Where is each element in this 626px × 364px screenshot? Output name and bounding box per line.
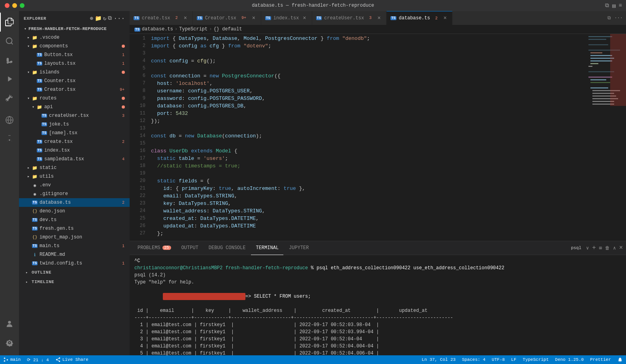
outline-section[interactable]: ▸ OUTLINE: [19, 268, 130, 277]
add-terminal-icon[interactable]: +: [592, 244, 596, 251]
sidebar-item-name[interactable]: TS [name].tsx: [19, 129, 130, 137]
refresh-icon[interactable]: ↻: [103, 15, 106, 22]
ctrl-c-text: ^C: [134, 258, 140, 264]
run-debug-activity-icon[interactable]: [0, 69, 19, 88]
sidebar-item-joke[interactable]: TS joke.ts: [19, 120, 130, 129]
maximize-panel-icon[interactable]: ∧: [613, 245, 616, 251]
terminal-content[interactable]: ^C christianoconnor@ChristiansMBP2 fresh…: [130, 255, 626, 355]
status-prettier[interactable]: Prettier: [587, 355, 614, 364]
sidebar-item-createuser[interactable]: TS createUser.tsx 3: [19, 111, 130, 120]
svg-rect-14: [588, 66, 592, 67]
code-content[interactable]: import { DataTypes, Database, Model, Pos…: [149, 34, 586, 241]
search-activity-icon[interactable]: [0, 32, 19, 51]
sidebar-item-routes[interactable]: ▾ 📁 routes: [19, 94, 130, 103]
maximize-button[interactable]: [20, 3, 25, 8]
breadcrumb-file[interactable]: TSdatabase.ts: [134, 26, 173, 32]
sidebar-item-devts[interactable]: TS dev.ts: [19, 216, 130, 224]
status-branch[interactable]: main: [0, 355, 24, 364]
sidebar-item-readme[interactable]: ℹ README.md: [19, 250, 130, 259]
status-spaces[interactable]: Spaces: 4: [459, 355, 488, 364]
split-editor-icon[interactable]: ⧉: [607, 15, 611, 21]
sidebar-item-api[interactable]: ▾ 📁 api: [19, 103, 130, 111]
collapse-icon[interactable]: ⧉: [108, 15, 112, 22]
minimize-button[interactable]: [12, 3, 17, 8]
sidebar-root-folder[interactable]: ▾ FRESH-HANDLER-FETCH-REPRODUCE: [19, 24, 130, 33]
sidebar-item-vscode[interactable]: ▸ 📁 .vscode: [19, 33, 130, 42]
tab-close-icon[interactable]: ×: [302, 15, 308, 21]
tab-createuser-tsx[interactable]: TS createUser.tsx 3 ×: [312, 11, 387, 25]
extensions-activity-icon[interactable]: [0, 88, 19, 107]
panel-tab-jupyter[interactable]: JUPYTER: [284, 241, 313, 255]
settings-activity-icon[interactable]: [0, 333, 19, 352]
tab-close-icon[interactable]: ×: [376, 15, 382, 21]
split-editor-icon[interactable]: ⧉: [605, 2, 609, 9]
sidebar-item-importmap[interactable]: {} import_map.json: [19, 233, 130, 242]
new-file-icon[interactable]: ⊕: [90, 15, 93, 22]
tab-close-icon[interactable]: ×: [442, 15, 448, 21]
terminal-table-row-1: 1 | email@test.com | firstkey1 | | 2022-…: [134, 321, 621, 328]
sidebar-item-deno[interactable]: {} deno.json: [19, 207, 130, 216]
sidebar-item-islands[interactable]: ▾ 📁 islands: [19, 68, 130, 77]
breadcrumb-typescript[interactable]: TypeScript: [179, 26, 207, 32]
error-badge: 9+: [118, 88, 126, 92]
more-options-icon[interactable]: ···: [113, 15, 125, 22]
status-line-ending[interactable]: LF: [508, 355, 519, 364]
tab-index-tsx[interactable]: TS index.tsx ×: [261, 11, 312, 25]
testing-activity-icon[interactable]: [0, 129, 19, 148]
sidebar-item-create[interactable]: TS create.tsx 2: [19, 137, 130, 146]
live-share-label: Live Share: [62, 357, 89, 362]
source-control-activity-icon[interactable]: [0, 51, 19, 69]
close-panel-icon[interactable]: ×: [619, 244, 623, 251]
chevron-down-icon[interactable]: ∨: [586, 245, 589, 251]
more-tabs-icon[interactable]: ···: [614, 15, 623, 21]
terminal-label: TERMINAL: [256, 245, 279, 251]
tab-close-icon[interactable]: ×: [251, 15, 257, 21]
status-encoding[interactable]: UTF-8: [488, 355, 508, 364]
chevron-down-icon: ▾: [30, 104, 36, 110]
status-sync[interactable]: ⟳ 21 ↓ 4: [24, 355, 52, 364]
sidebar-item-maints[interactable]: TS main.ts 1: [19, 242, 130, 250]
close-button[interactable]: [5, 3, 9, 8]
trash-terminal-icon[interactable]: 🗑: [605, 245, 610, 251]
new-folder-icon[interactable]: 📁: [95, 15, 102, 22]
remote-explorer-activity-icon[interactable]: [0, 111, 19, 129]
panel-tab-output[interactable]: OUTPUT: [177, 241, 203, 255]
tab-database-ts[interactable]: TS database.ts 2 ×: [387, 11, 453, 25]
menu-icon[interactable]: ≡: [619, 2, 622, 9]
sidebar-item-utils[interactable]: ▸ 📁 utils: [19, 172, 130, 181]
sidebar-item-twind[interactable]: TS twind.config.ts 1: [19, 259, 130, 268]
sidebar-item-components[interactable]: ▾ 📁 components: [19, 42, 130, 51]
status-notifications[interactable]: [614, 355, 626, 364]
tab-create-tsx[interactable]: TS create.tsx 2 ×: [130, 11, 193, 25]
vscode-label: .vscode: [40, 35, 59, 40]
tab-close-icon[interactable]: ×: [182, 15, 189, 21]
sidebar-item-env[interactable]: ◉ .env: [19, 181, 130, 190]
panel-tab-terminal[interactable]: TERMINAL: [251, 241, 283, 255]
accounts-activity-icon[interactable]: [0, 314, 19, 333]
panel-tab-debug[interactable]: DEBUG CONSOLE: [204, 241, 251, 255]
sidebar-item-static[interactable]: ▸ 📁 static: [19, 163, 130, 172]
sidebar-item-freshgen[interactable]: TS fresh.gen.ts: [19, 224, 130, 233]
sidebar-item-counter[interactable]: TS Counter.tsx: [19, 77, 130, 85]
code-editor[interactable]: 12345 678910 1112131415 1617181920 21222…: [130, 34, 586, 241]
layout-icon[interactable]: ▤: [612, 2, 615, 9]
status-language[interactable]: TypeScript: [520, 355, 552, 364]
status-position[interactable]: Ln 37, Col 23: [419, 355, 459, 364]
sidebar-item-sampledata[interactable]: TS sampledata.tsx 4: [19, 155, 130, 163]
timeline-section[interactable]: ▸ TIMELINE: [19, 277, 130, 287]
split-terminal-icon[interactable]: ⊞: [599, 245, 602, 251]
sidebar-item-index[interactable]: TS index.tsx: [19, 146, 130, 155]
panel-tab-problems[interactable]: PROBLEMS 25: [133, 241, 176, 255]
explorer-activity-icon[interactable]: [0, 13, 19, 32]
sidebar-item-gitignore[interactable]: ◉ .gitignore: [19, 190, 130, 198]
status-live-share[interactable]: Live Share: [52, 355, 92, 364]
spacer: [30, 147, 36, 154]
breadcrumb-default[interactable]: {} default: [213, 26, 242, 32]
sidebar-item-database[interactable]: TS database.ts 2: [19, 198, 130, 207]
status-deno[interactable]: Deno 1.25.0: [552, 355, 587, 364]
sidebar-item-button[interactable]: TS Button.tsx 1: [19, 51, 130, 59]
breadcrumb-separator: ›: [175, 26, 177, 32]
sidebar-item-layouts[interactable]: TS layouts.tsx 1: [19, 59, 130, 68]
sidebar-item-creator[interactable]: TS Creator.tsx 9+: [19, 85, 130, 94]
tab-creator-tsx[interactable]: TS Creator.tsx 9+ ×: [193, 11, 261, 25]
